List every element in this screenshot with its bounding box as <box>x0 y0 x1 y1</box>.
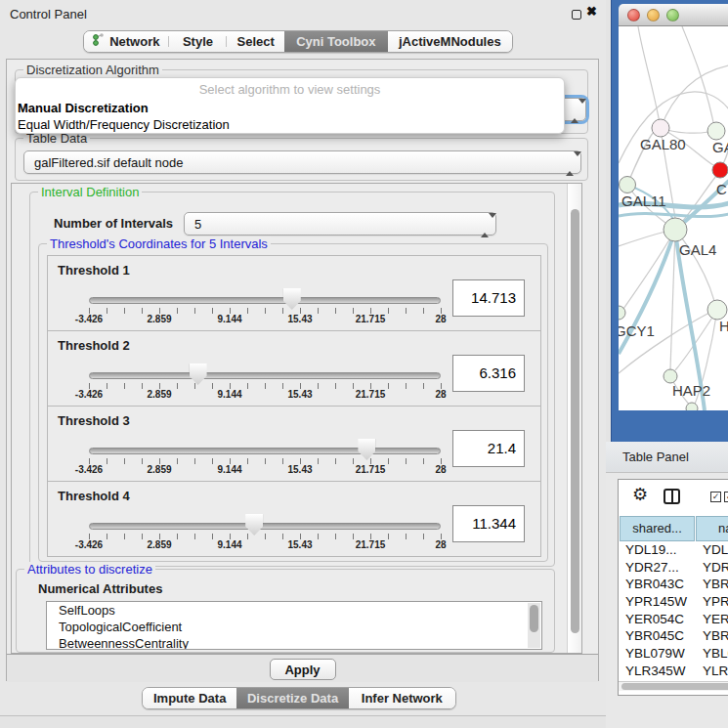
table-horizontal-scrollbar[interactable] <box>619 681 728 691</box>
scale-tick-label: 21.715 <box>356 389 386 400</box>
table-cell[interactable]: YBL0 <box>695 645 728 663</box>
minimize-button[interactable] <box>647 9 660 21</box>
table-cell[interactable]: YBR043C <box>619 576 695 593</box>
close-button[interactable] <box>627 9 640 21</box>
table-cell[interactable]: YDR27... <box>619 559 695 577</box>
table-cell[interactable]: YPR145W <box>619 593 695 611</box>
tab-discretize-data[interactable]: Discretize Data <box>236 688 348 708</box>
checkbox-icon[interactable]: ✓ <box>724 492 728 502</box>
threshold-label: Threshold 3 <box>58 413 130 428</box>
num-intervals-select[interactable]: 5 <box>184 212 496 236</box>
table-cell[interactable]: YER054C <box>619 611 695 628</box>
slider-thumb[interactable] <box>245 514 263 535</box>
network-canvas[interactable]: GAL80 GA C GAL11 GAL4 GCY1 H HAP2 <box>619 26 728 410</box>
network-graph: GAL80 GA C GAL11 GAL4 GCY1 H HAP2 <box>619 26 728 410</box>
settings-scroll-area: Interval Definition Number of Intervals … <box>11 183 582 654</box>
node-label: H <box>719 318 728 334</box>
attributes-group: Attributes to discretize Numerical Attri… <box>16 569 555 653</box>
combo-arrows-icon <box>481 218 489 233</box>
apply-button[interactable]: Apply <box>270 659 336 680</box>
column-selector-icon[interactable] <box>664 489 680 504</box>
tab-style[interactable]: Style <box>169 31 228 52</box>
tab-jactivemnodules[interactable]: jActiveMNodules <box>388 31 512 52</box>
column-header-shared-name[interactable]: shared... <box>620 516 695 541</box>
scale-tick-label: 28 <box>435 464 446 475</box>
threshold-label: Threshold 1 <box>58 263 130 278</box>
node-label: GA <box>712 139 728 155</box>
table-cell[interactable]: YBR045C <box>619 627 695 645</box>
slider-thumb[interactable] <box>358 439 375 460</box>
checkbox-icon[interactable]: ✓ <box>710 492 721 502</box>
slider-track[interactable] <box>89 372 441 379</box>
table-row[interactable]: YPR145WYPR1 <box>619 593 728 611</box>
slider-track[interactable] <box>89 297 441 304</box>
slider-thumb[interactable] <box>283 288 301 310</box>
table-cell[interactable]: YDR2 <box>695 559 728 577</box>
tab-cyni-toolbox[interactable]: Cyni Toolbox <box>284 31 388 52</box>
list-scrollbar-thumb[interactable] <box>530 605 538 632</box>
node-partial-bottom <box>686 403 698 410</box>
table-cell[interactable]: YDL19... <box>619 541 695 559</box>
node-red <box>712 162 728 178</box>
popup-item-manual-discretization[interactable]: Manual Discretization <box>16 100 564 116</box>
table-row[interactable]: YLR345WYLR3 <box>619 663 728 680</box>
table-hscrollbar-thumb[interactable] <box>621 683 728 690</box>
slider-track[interactable] <box>89 448 441 454</box>
table-cell[interactable]: YBR0 <box>695 627 728 645</box>
network-nodes[interactable] <box>619 119 728 410</box>
numerical-attributes-list[interactable]: SelfLoopsTopologicalCoefficientBetweenne… <box>46 601 542 650</box>
table-cell[interactable]: YLR3 <box>695 663 728 680</box>
tab-select[interactable]: Select <box>227 31 284 52</box>
table-cell[interactable]: YBL079W <box>619 645 695 663</box>
popup-item-equal-width-frequency[interactable]: Equal Width/Frequency Discretization <box>16 116 564 133</box>
attribute-list-item[interactable]: SelfLoops <box>47 602 541 619</box>
attribute-list-item[interactable]: BetweennessCentrality <box>47 635 541 650</box>
gear-icon[interactable]: ⚙ <box>632 486 648 503</box>
threshold-value-field[interactable]: 6.316 <box>452 355 525 392</box>
attribute-list-item[interactable]: TopologicalCoefficient <box>47 619 541 635</box>
thresholds-group: Threshold's Coordinates for 5 Intervals … <box>38 243 548 562</box>
table-cell[interactable]: YER0 <box>695 611 728 628</box>
table-cell[interactable]: YDL1 <box>695 541 728 559</box>
group-title: Interval Definition <box>38 185 142 199</box>
network-window-titlebar[interactable] <box>619 4 728 26</box>
threshold-value-field[interactable]: 11.344 <box>452 505 525 542</box>
float-window-icon[interactable] <box>572 10 581 20</box>
node-gal11 <box>620 177 636 193</box>
table-data-value: galFiltered.sif default node <box>34 155 183 170</box>
table-row[interactable]: YER054CYER0 <box>619 611 728 628</box>
close-window-icon[interactable]: ✖ <box>586 4 597 19</box>
threshold-4-panel: Threshold 4 -3.4262.8599.14415.4321.7152… <box>47 481 541 557</box>
column-header-name[interactable]: na <box>696 516 728 541</box>
slider-track[interactable] <box>89 523 441 530</box>
node-table-container: ⚙ ✓ ✓ shared... na YDL19...YDL1YDR27...Y… <box>618 479 728 696</box>
scale-tick-label: 28 <box>435 539 446 550</box>
table-row[interactable]: YDL19...YDL1 <box>619 541 728 559</box>
zoom-button[interactable] <box>666 9 679 21</box>
node-hap2 <box>664 369 677 383</box>
tab-network[interactable]: Network <box>84 31 169 52</box>
settings-scrollbar-thumb[interactable] <box>571 209 579 633</box>
table-cell[interactable]: YLR345W <box>619 663 695 680</box>
tab-label: Style <box>183 34 213 49</box>
list-scrollbar[interactable] <box>528 603 540 648</box>
slider-thumb[interactable] <box>190 364 207 385</box>
scale-tick-label: 2.859 <box>147 314 171 324</box>
threshold-value-field[interactable]: 21.4 <box>452 430 525 467</box>
tab-label: Impute Data <box>153 691 226 706</box>
threshold-value-field[interactable]: 14.713 <box>452 279 525 317</box>
table-row[interactable]: YBR043CYBR0 <box>619 576 728 593</box>
network-node-labels: GAL80 GA C GAL11 GAL4 GCY1 H HAP2 <box>619 136 728 399</box>
table-data-select[interactable]: galFiltered.sif default node <box>23 150 581 174</box>
table-cell[interactable]: YPR1 <box>695 593 728 611</box>
table-row[interactable]: YBL079WYBL0 <box>619 645 728 663</box>
tab-impute-data[interactable]: Impute Data <box>143 688 236 708</box>
tab-infer-network[interactable]: Infer Network <box>349 688 455 708</box>
table-cell[interactable]: YBR0 <box>695 576 728 593</box>
table-row[interactable]: YBR045CYBR0 <box>619 627 728 645</box>
cyni-toolbox-panel: Discretization Algorithm Select algorith… <box>6 59 599 681</box>
scale-tick-label: 28 <box>435 314 446 324</box>
apply-row: Apply <box>7 654 598 682</box>
table-row[interactable]: YDR27...YDR2 <box>619 559 728 577</box>
settings-scrollbar[interactable] <box>567 184 582 653</box>
